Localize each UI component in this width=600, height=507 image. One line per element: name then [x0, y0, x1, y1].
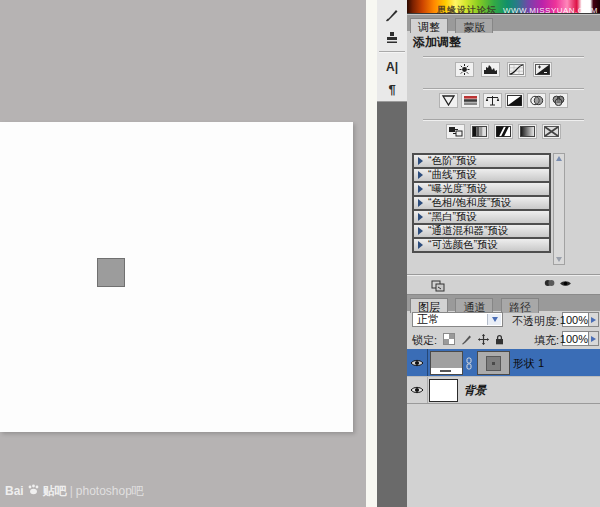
chevron-down-icon[interactable] [487, 314, 501, 325]
brightness-contrast-icon[interactable] [455, 62, 474, 77]
tab-masks[interactable]: 蒙版 [455, 18, 493, 33]
preset-list-scrollbar[interactable] [553, 153, 565, 265]
scroll-down-icon[interactable] [556, 257, 562, 262]
opacity-slider-button[interactable] [588, 312, 599, 327]
photo-filter-icon[interactable] [527, 93, 546, 108]
expander-triangle-icon[interactable] [418, 157, 423, 165]
panel-column: 思缘设计论坛 WWW.MISSYUAN.COM 调整 蒙版 添加调整 [407, 0, 600, 507]
arrow-right-icon [591, 336, 596, 342]
invert-icon[interactable] [446, 124, 465, 139]
channel-mixer-icon[interactable] [549, 93, 568, 108]
exposure-icon[interactable] [533, 62, 552, 77]
tab-paths[interactable]: 路径 [501, 298, 539, 313]
hue-saturation-icon[interactable] [461, 93, 480, 108]
document-canvas[interactable] [0, 122, 353, 432]
brush-panel-icon[interactable] [377, 5, 407, 25]
lock-icons-group [443, 332, 504, 346]
collapsed-panel-dock: A| ¶ [377, 0, 407, 507]
adjustment-preset-list: “色阶”预设 “曲线”预设 “曝光度”预设 “色相/饱和度”预设 “黑白”预设 … [412, 153, 551, 253]
expander-triangle-icon[interactable] [418, 227, 423, 235]
fill-layer-thumbnail[interactable] [430, 351, 463, 375]
vibrance-icon[interactable] [439, 93, 458, 108]
eye-icon [410, 358, 424, 368]
color-balance-icon[interactable] [483, 93, 502, 108]
blend-opacity-row: 正常 不透明度: 100% [407, 312, 600, 329]
dock-divider-strip [366, 0, 377, 507]
lock-move-icon[interactable] [478, 334, 489, 345]
fill-value: 100% [560, 333, 588, 345]
scroll-up-icon[interactable] [556, 156, 562, 161]
adjustments-tabbar: 调整 蒙版 [407, 14, 600, 31]
preset-label: “黑白”预设 [428, 210, 477, 224]
baidu-tieba-text: 贴吧 [43, 483, 67, 500]
expander-triangle-icon[interactable] [418, 241, 423, 249]
photoshop-workspace: Bai 贴吧 | photoshop吧 A| ¶ 思缘设计论坛 [0, 0, 600, 507]
threshold-icon[interactable] [494, 124, 513, 139]
black-white-icon[interactable] [505, 93, 524, 108]
layer-name[interactable]: 背景 [464, 383, 486, 398]
dock-group-divider [379, 51, 405, 53]
preset-label: “通道混和器”预设 [428, 224, 509, 238]
baidu-tieba-watermark: Bai 贴吧 | photoshop吧 [5, 481, 144, 501]
mask-shape-preview [486, 356, 501, 371]
adjustment-icon-row-3 [407, 124, 600, 139]
blend-mode-value: 正常 [417, 312, 439, 327]
layer-row-shape1[interactable]: 形状 1 [407, 349, 600, 376]
opacity-label: 不透明度: [503, 314, 559, 329]
opacity-value: 100% [560, 314, 588, 326]
layer-row-background[interactable]: 背景 [407, 376, 600, 404]
layer-name[interactable]: 形状 1 [513, 356, 544, 371]
lock-all-icon[interactable] [495, 334, 504, 345]
preset-label: “曝光度”预设 [428, 182, 488, 196]
tab-layers[interactable]: 图层 [410, 298, 448, 313]
character-glyph: A| [386, 60, 398, 74]
curves-icon[interactable] [507, 62, 526, 77]
expander-triangle-icon[interactable] [418, 213, 423, 221]
levels-icon[interactable] [481, 62, 500, 77]
tab-masks-label: 蒙版 [463, 21, 485, 33]
divider-line [423, 88, 584, 90]
preset-row-selective-color[interactable]: “可选颜色”预设 [412, 237, 551, 253]
lock-paint-icon[interactable] [461, 334, 472, 345]
gradient-map-icon[interactable] [518, 124, 537, 139]
fill-slider-button[interactable] [588, 331, 599, 346]
baidu-forum-text: photoshop吧 [76, 483, 144, 500]
clip-to-layer-icon [544, 278, 555, 288]
tab-adjustments[interactable]: 调整 [410, 18, 448, 33]
adjustments-bottom-bar [407, 274, 600, 294]
adjustment-icon-row-2 [407, 93, 600, 108]
lock-fill-row: 锁定: 填充: 100% [407, 331, 600, 348]
preset-label: “曲线”预设 [428, 168, 477, 182]
expander-triangle-icon[interactable] [418, 199, 423, 207]
add-adjustment-heading: 添加调整 [413, 34, 461, 51]
selective-color-icon[interactable] [542, 124, 561, 139]
baidu-brand-text: Bai [5, 484, 24, 498]
vector-mask-thumbnail[interactable] [477, 351, 510, 375]
tab-channels[interactable]: 通道 [455, 298, 493, 313]
arrow-right-icon [591, 317, 596, 323]
background-layer-thumbnail[interactable] [429, 379, 458, 402]
layer-visibility-toggle[interactable] [407, 377, 428, 403]
lock-transparency-icon[interactable] [443, 333, 455, 345]
character-panel-icon[interactable]: A| [377, 57, 407, 77]
posterize-icon[interactable] [470, 124, 489, 139]
clone-source-panel-icon[interactable] [377, 27, 407, 47]
clip-and-visibility-icons[interactable] [544, 278, 572, 288]
mask-link-icon[interactable] [465, 356, 473, 374]
adjustment-icon-row-1 [407, 62, 600, 77]
layer-visibility-toggle[interactable] [407, 349, 428, 376]
preset-label: “可选颜色”预设 [428, 238, 498, 252]
layers-tabbar: 图层 通道 路径 [407, 294, 600, 311]
paragraph-panel-icon[interactable]: ¶ [377, 79, 407, 99]
dock-icon-column: A| ¶ [377, 0, 407, 102]
blend-mode-select[interactable]: 正常 [412, 312, 503, 327]
eye-icon [410, 385, 424, 395]
expander-triangle-icon[interactable] [418, 171, 423, 179]
expander-triangle-icon[interactable] [418, 185, 423, 193]
paw-icon [27, 484, 40, 499]
gray-square-shape[interactable] [97, 258, 125, 287]
preset-label: “色阶”预设 [428, 154, 477, 168]
fill-label: 填充: [512, 333, 559, 348]
divider-line [423, 56, 584, 58]
preset-label: “色相/饱和度”预设 [428, 196, 511, 210]
